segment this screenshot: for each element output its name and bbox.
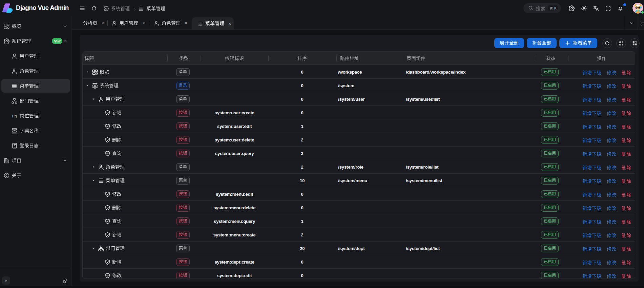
svg-text:Pg: Pg	[12, 113, 17, 118]
